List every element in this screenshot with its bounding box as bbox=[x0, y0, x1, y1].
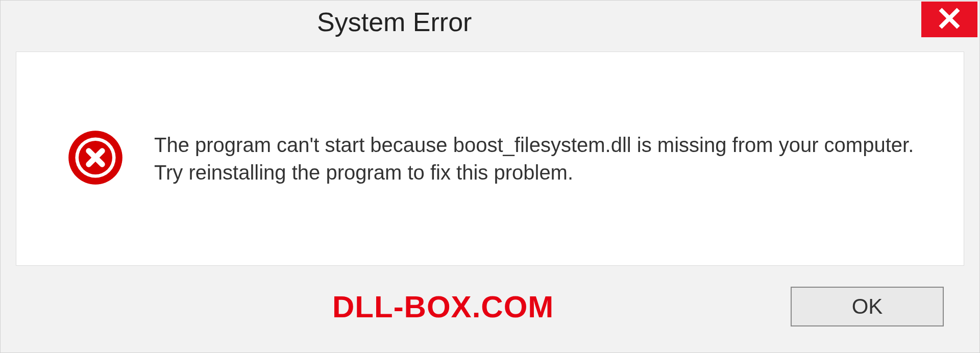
titlebar: System Error bbox=[1, 1, 979, 46]
watermark-text: DLL-BOX.COM bbox=[332, 289, 554, 324]
dialog-footer: DLL-BOX.COM OK bbox=[1, 266, 979, 352]
content-area: The program can't start because boost_fi… bbox=[16, 52, 964, 266]
close-icon bbox=[938, 7, 961, 32]
dialog-title: System Error bbox=[1, 1, 472, 37]
close-button[interactable] bbox=[921, 2, 977, 37]
error-icon bbox=[67, 130, 124, 188]
ok-button[interactable]: OK bbox=[791, 287, 944, 326]
error-dialog: System Error The program can't start bec… bbox=[0, 0, 980, 353]
error-message: The program can't start because boost_fi… bbox=[154, 131, 923, 186]
